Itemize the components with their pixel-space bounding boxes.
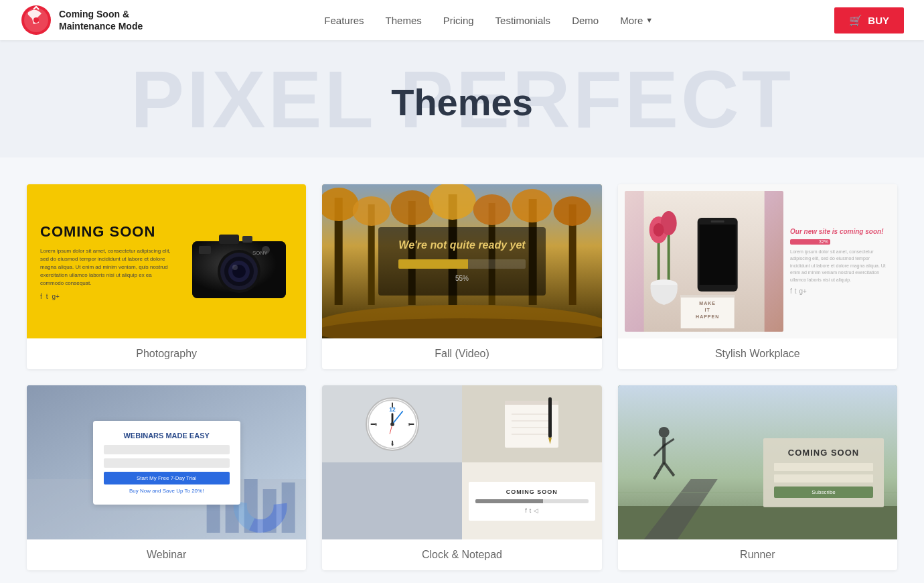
svg-point-69 — [390, 422, 394, 426]
facebook-icon: f — [40, 293, 42, 300]
theme-card-clock[interactable]: 12 6 9 3 — [322, 385, 601, 570]
svg-rect-14 — [199, 246, 211, 254]
logo[interactable]: Coming Soon & Maintenance Mode — [20, 4, 143, 36]
fall-overlay: We're not quite ready yet 55% — [378, 227, 545, 296]
clock-svg: 12 6 9 3 — [367, 397, 418, 451]
workplace-social: f t g+ — [790, 287, 891, 295]
facebook-icon: f — [790, 287, 792, 295]
nav-themes[interactable]: Themes — [386, 15, 422, 26]
svg-point-26 — [391, 190, 434, 225]
webinar-link: Buy Now and Save Up To 20%! — [104, 488, 230, 494]
desk-top-right — [462, 385, 602, 462]
theme-thumb-runner: COMING SOON Subscribe — [618, 385, 897, 539]
theme-label-workplace: Stylish Workplace — [618, 338, 897, 369]
svg-text:MAKE: MAKE — [699, 301, 716, 306]
nav-more[interactable]: More ▼ — [620, 15, 653, 26]
themes-section: COMING SOON Lorem ipsum dolor sit amet, … — [13, 157, 911, 583]
runner-email-field — [774, 474, 873, 482]
nav-testimonials[interactable]: Testimonials — [495, 15, 551, 26]
svg-text:9: 9 — [374, 422, 377, 426]
notepad-progress — [475, 499, 589, 503]
theme-label-runner: Runner — [618, 539, 897, 570]
hero-title: Themes — [13, 80, 911, 124]
webinar-email-field — [104, 458, 230, 468]
svg-rect-41 — [699, 224, 735, 285]
svg-point-25 — [353, 196, 390, 226]
fall-progress-fill — [398, 259, 468, 269]
share-icon: ◁ — [534, 507, 538, 514]
themes-grid: COMING SOON Lorem ipsum dolor sit amet, … — [27, 184, 897, 570]
logo-text: Coming Soon & Maintenance Mode — [59, 8, 143, 32]
svg-rect-42 — [710, 220, 724, 222]
theme-thumb-photography: COMING SOON Lorem ipsum dolor sit amet, … — [27, 184, 306, 338]
svg-point-80 — [658, 427, 669, 438]
google-plus-icon: g+ — [799, 287, 807, 295]
hero-section: PIXEL PERFECT Themes — [0, 40, 924, 157]
main-nav: Features Themes Pricing Testimonials Dem… — [324, 15, 653, 26]
notepad-mockup: COMING SOON f t ◁ — [469, 482, 595, 521]
camera-area: SONY — [172, 214, 293, 308]
photography-text: COMING SOON Lorem ipsum dolor sit amet, … — [40, 223, 172, 300]
theme-label-clock: Clock & Notepad — [322, 539, 601, 570]
svg-text:SONY: SONY — [252, 250, 268, 256]
nav-demo[interactable]: Demo — [572, 15, 599, 26]
svg-text:HAPPEN: HAPPEN — [696, 314, 719, 319]
theme-label-fall: Fall (Video) — [322, 338, 601, 369]
workplace-photo-svg: MAKE IT HAPPEN — [625, 191, 783, 332]
clock-face: 12 6 9 3 — [366, 397, 419, 451]
svg-text:12: 12 — [389, 406, 396, 413]
theme-thumb-fall: We're not quite ready yet 55% — [322, 184, 601, 338]
buy-button[interactable]: 🛒 BUY — [834, 7, 904, 34]
svg-point-38 — [653, 223, 664, 237]
twitter-icon: t — [530, 507, 532, 514]
theme-card-workplace[interactable]: MAKE IT HAPPEN Our new site is coming so… — [618, 184, 897, 369]
theme-card-webinar[interactable]: WEBINARS MADE EASY Start My Free 7-Day T… — [27, 385, 306, 570]
svg-rect-11 — [219, 235, 239, 244]
workplace-photo: MAKE IT HAPPEN — [625, 191, 783, 332]
theme-label-photography: Photography — [27, 338, 306, 369]
camera-svg: SONY — [185, 214, 293, 308]
svg-point-2 — [33, 17, 39, 23]
svg-point-29 — [512, 189, 552, 222]
social-icons: f t g+ — [40, 293, 172, 300]
notepad-social: f t ◁ — [475, 507, 589, 514]
svg-point-28 — [473, 194, 511, 225]
theme-thumb-clock: 12 6 9 3 — [322, 385, 601, 539]
header: Coming Soon & Maintenance Mode Features … — [0, 0, 924, 40]
notepad-progress-fill — [475, 499, 543, 503]
logo-icon — [20, 4, 52, 36]
theme-thumb-webinar: WEBINARS MADE EASY Start My Free 7-Day T… — [27, 385, 306, 539]
chevron-down-icon: ▼ — [645, 16, 653, 24]
coming-soon-cell: COMING SOON f t ◁ — [462, 462, 602, 539]
twitter-icon: t — [795, 287, 797, 295]
svg-point-30 — [554, 196, 591, 226]
webinar-cta: Start My Free 7-Day Trial — [104, 472, 230, 484]
runner-subscribe-btn: Subscribe — [774, 487, 873, 498]
runner-name-field — [774, 463, 873, 471]
theme-thumb-workplace: MAKE IT HAPPEN Our new site is coming so… — [618, 184, 897, 338]
svg-rect-44 — [680, 295, 734, 298]
theme-card-photography[interactable]: COMING SOON Lorem ipsum dolor sit amet, … — [27, 184, 306, 369]
svg-rect-76 — [548, 397, 552, 438]
theme-label-webinar: Webinar — [27, 539, 306, 570]
fall-progress-bar — [398, 259, 525, 269]
svg-text:3: 3 — [408, 422, 410, 426]
svg-text:6: 6 — [391, 442, 394, 446]
webinar-form: WEBINARS MADE EASY Start My Free 7-Day T… — [93, 421, 240, 505]
runner-overlay: COMING SOON Subscribe — [763, 438, 884, 507]
svg-point-10 — [232, 265, 238, 270]
workplace-progress: 32% — [790, 239, 830, 245]
clock-cell: 12 6 9 3 — [322, 385, 462, 462]
twitter-icon: t — [46, 293, 48, 300]
desk-bottom-left — [322, 462, 462, 539]
theme-card-fall[interactable]: We're not quite ready yet 55% Fall (Vide… — [322, 184, 601, 369]
theme-card-runner[interactable]: COMING SOON Subscribe Runner — [618, 385, 897, 570]
facebook-icon: f — [525, 507, 527, 514]
workplace-right: Our new site is coming soon! 32% Lorem i… — [790, 228, 891, 296]
nav-pricing[interactable]: Pricing — [443, 15, 474, 26]
svg-text:IT: IT — [704, 308, 710, 312]
nav-features[interactable]: Features — [324, 15, 364, 26]
notebook-top-svg — [498, 394, 565, 454]
svg-rect-12 — [242, 236, 252, 243]
webinar-name-field — [104, 445, 230, 454]
